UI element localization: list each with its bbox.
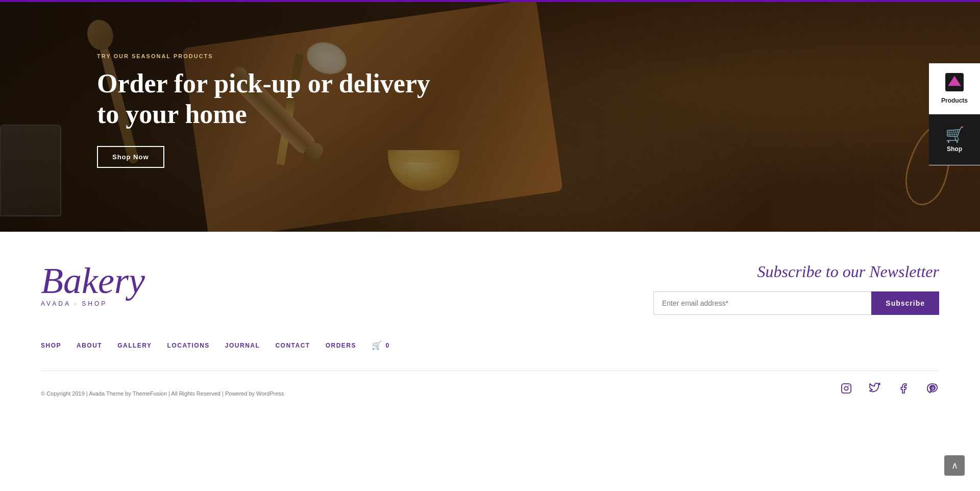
- nav-orders[interactable]: ORDERS: [326, 342, 356, 349]
- hero-subtitle: TRY OUR SEASONAL PRODUCTS: [97, 53, 454, 59]
- instagram-icon[interactable]: [839, 381, 853, 396]
- newsletter-form: Subscribe: [653, 291, 939, 315]
- newsletter-section: Subscribe to our Newsletter Subscribe: [653, 262, 939, 315]
- footer-top: Bakery AVADA · SHOP Subscribe to our New…: [41, 262, 939, 315]
- cart-icon: 🛒: [945, 127, 964, 142]
- cart-nav-icon: 🛒: [372, 340, 383, 350]
- facebook-icon[interactable]: [896, 381, 911, 396]
- cart-count: 0: [386, 342, 390, 349]
- cart-nav[interactable]: 🛒 0: [372, 340, 390, 350]
- copyright-text: © Copyright 2019 | Avada Theme by ThemeF…: [41, 390, 284, 397]
- nav-journal[interactable]: JOURNAL: [225, 342, 260, 349]
- hero-section: TRY OUR SEASONAL PRODUCTS Order for pick…: [0, 2, 980, 232]
- nav-about[interactable]: ABOUT: [77, 342, 102, 349]
- svg-point-4: [848, 385, 849, 386]
- email-input[interactable]: [653, 291, 871, 315]
- nav-locations[interactable]: LOCATIONS: [167, 342, 210, 349]
- products-side-button[interactable]: Products: [929, 63, 980, 114]
- svg-rect-2: [842, 384, 851, 393]
- logo-script: Bakery: [41, 262, 145, 299]
- footer-nav: SHOP ABOUT GALLERY LOCATIONS JOURNAL CON…: [41, 340, 939, 350]
- twitter-icon[interactable]: [868, 381, 882, 396]
- products-label: Products: [941, 97, 968, 104]
- shop-label: Shop: [947, 145, 962, 153]
- nav-shop[interactable]: SHOP: [41, 342, 61, 349]
- footer: Bakery AVADA · SHOP Subscribe to our New…: [0, 232, 980, 421]
- products-icon: [945, 73, 964, 94]
- svg-point-3: [844, 386, 848, 390]
- newsletter-title: Subscribe to our Newsletter: [757, 262, 939, 281]
- side-buttons: Products 🛒 Shop: [929, 63, 980, 165]
- footer-divider: [41, 371, 939, 371]
- pinterest-icon[interactable]: [925, 381, 939, 396]
- shop-now-button[interactable]: Shop Now: [97, 146, 164, 168]
- nav-gallery[interactable]: GALLERY: [117, 342, 152, 349]
- footer-bottom: © Copyright 2019 | Avada Theme by ThemeF…: [41, 381, 939, 406]
- social-row: [839, 381, 939, 396]
- footer-logo: Bakery AVADA · SHOP: [41, 262, 145, 307]
- hero-content: TRY OUR SEASONAL PRODUCTS Order for pick…: [97, 53, 454, 168]
- nav-contact[interactable]: CONTACT: [275, 342, 310, 349]
- hero-title: Order for pick-up or delivery to your ho…: [97, 68, 454, 130]
- subscribe-button[interactable]: Subscribe: [871, 291, 939, 315]
- logo-tagline: AVADA · SHOP: [41, 300, 107, 307]
- shop-side-button[interactable]: 🛒 Shop: [929, 114, 980, 165]
